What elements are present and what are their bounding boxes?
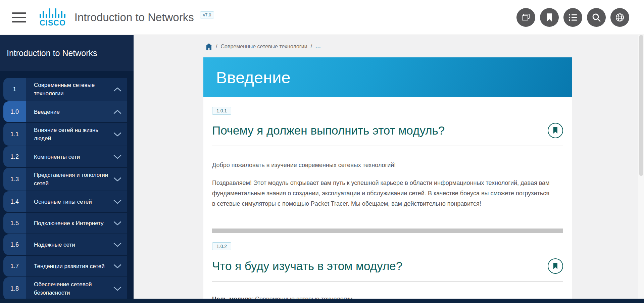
sidebar-item-label: Введение <box>34 108 60 116</box>
paragraph: Поздравляем! Этот модуль открывает вам п… <box>212 178 551 209</box>
heading-divider <box>212 146 563 146</box>
sidebar-item-label: Надежные сети <box>34 241 75 249</box>
chevron-down-icon <box>113 177 121 182</box>
section-badge: 1.0.2 <box>212 242 231 250</box>
sidebar-item-1.7[interactable]: 1.7 Тенденции развития сетей <box>3 256 127 276</box>
breadcrumb-module[interactable]: Современные сетевые технологии <box>220 44 307 50</box>
scrollbar-thumb[interactable] <box>639 35 643 176</box>
sidebar-item-label: Влияние сетей на жизнь людей <box>34 126 113 143</box>
bookmark-section-button[interactable] <box>548 123 563 138</box>
sidebar-nav-list: 1 Современные сетевые технологии 1.0 Вве… <box>0 78 134 300</box>
scrollbar[interactable] <box>638 35 644 303</box>
bookmark-icon[interactable] <box>540 8 559 27</box>
sidebar-item-1.8[interactable]: 1.8 Обеспечение сетевой безопасности <box>3 277 127 300</box>
breadcrumb: / Современные сетевые технологии / ... <box>205 43 321 50</box>
windows-icon[interactable] <box>516 8 535 27</box>
section-1-0-2: 1.0.2 Что я буду изучать в этом модуле? … <box>203 233 572 303</box>
content-card: Введение 1.0.1 Почему я должен выполнить… <box>203 57 572 303</box>
globe-icon[interactable] <box>610 8 629 27</box>
section-badge: 1.0.1 <box>212 107 231 115</box>
course-sidebar: Introduction to Networks 1 Современные с… <box>0 35 134 303</box>
breadcrumb-separator: / <box>311 44 312 50</box>
sidebar-item-label: Тенденции развития сетей <box>34 262 105 270</box>
chevron-up-icon <box>113 110 121 114</box>
sidebar-item-label: Основные типы сетей <box>34 198 92 206</box>
section-heading: Что я буду изучать в этом модуле? <box>212 259 402 273</box>
sidebar-item-number: 1.0 <box>3 101 26 122</box>
breadcrumb-separator: / <box>216 44 217 50</box>
chevron-down-icon <box>113 221 121 225</box>
sidebar-item-label: Представления и топологии сетей <box>34 171 113 188</box>
sidebar-item-number: 1.1 <box>3 123 26 146</box>
chevron-down-icon <box>113 155 121 159</box>
cisco-logo-word: CISCO <box>40 18 66 28</box>
breadcrumb-ellipsis[interactable]: ... <box>315 44 321 50</box>
sidebar-item-number: 1.5 <box>3 213 26 234</box>
module-banner: Введение <box>203 57 572 97</box>
sidebar-item-number: 1.2 <box>3 146 26 167</box>
bottom-bar <box>0 299 644 303</box>
chevron-down-icon <box>113 200 121 204</box>
sidebar-item-1.3[interactable]: 1.3 Представления и топологии сетей <box>3 168 127 191</box>
section-1-0-1: 1.0.1 Почему я должен выполнить этот мод… <box>203 97 572 233</box>
sidebar-course-title: Introduction to Networks <box>0 35 134 71</box>
sidebar-item-label: Компоненты сети <box>34 153 80 161</box>
sidebar-item-1.6[interactable]: 1.6 Надежные сети <box>3 234 127 255</box>
main-content: / Современные сетевые технологии / ... В… <box>134 35 638 303</box>
chevron-down-icon <box>113 287 121 291</box>
chevron-up-icon <box>113 87 121 92</box>
hamburger-menu-icon[interactable] <box>12 12 26 22</box>
header-actions <box>516 8 629 27</box>
app-header: CISCO Introduction to Networks v7.0 <box>0 0 644 35</box>
sidebar-item-number: 1.4 <box>3 191 26 212</box>
section-heading: Почему я должен выполнить этот модуль? <box>212 124 445 137</box>
sidebar-item-number: 1.7 <box>3 256 26 276</box>
sidebar-item-1.4[interactable]: 1.4 Основные типы сетей <box>3 191 127 212</box>
sidebar-item-number: 1 <box>3 78 26 101</box>
bookmark-section-button[interactable] <box>548 258 563 274</box>
sidebar-item-number: 1.3 <box>3 168 26 191</box>
sidebar-item-label: Обеспечение сетевой безопасности <box>34 280 113 297</box>
sidebar-item-1.0[interactable]: 1.0 Введение <box>3 101 127 122</box>
sidebar-item-number: 1.8 <box>3 277 26 300</box>
sidebar-item-1.5[interactable]: 1.5 Подключение к Интернету <box>3 213 127 234</box>
list-icon[interactable] <box>563 8 582 27</box>
sidebar-item-1.1[interactable]: 1.1 Влияние сетей на жизнь людей <box>3 123 127 146</box>
cisco-logo-bars-icon <box>40 7 65 18</box>
chevron-down-icon <box>113 132 121 137</box>
version-badge: v7.0 <box>200 11 214 18</box>
home-icon[interactable] <box>205 43 212 50</box>
heading-divider <box>212 281 563 282</box>
sidebar-item-label: Современные сетевые технологии <box>34 81 113 98</box>
paragraph: Добро пожаловать в изучение современных … <box>212 160 551 170</box>
sidebar-item-number: 1.6 <box>3 234 26 255</box>
chevron-down-icon <box>113 243 121 247</box>
sidebar-item-1[interactable]: 1 Современные сетевые технологии <box>3 78 127 101</box>
page-title: Introduction to Networks <box>75 11 194 24</box>
chevron-down-icon <box>113 264 121 268</box>
search-icon[interactable] <box>587 8 606 27</box>
sidebar-item-1.2[interactable]: 1.2 Компоненты сети <box>3 146 127 167</box>
sidebar-item-label: Подключение к Интернету <box>34 219 104 228</box>
banner-title: Введение <box>216 68 291 87</box>
section-divider <box>212 229 563 233</box>
cisco-logo: CISCO <box>40 7 66 28</box>
